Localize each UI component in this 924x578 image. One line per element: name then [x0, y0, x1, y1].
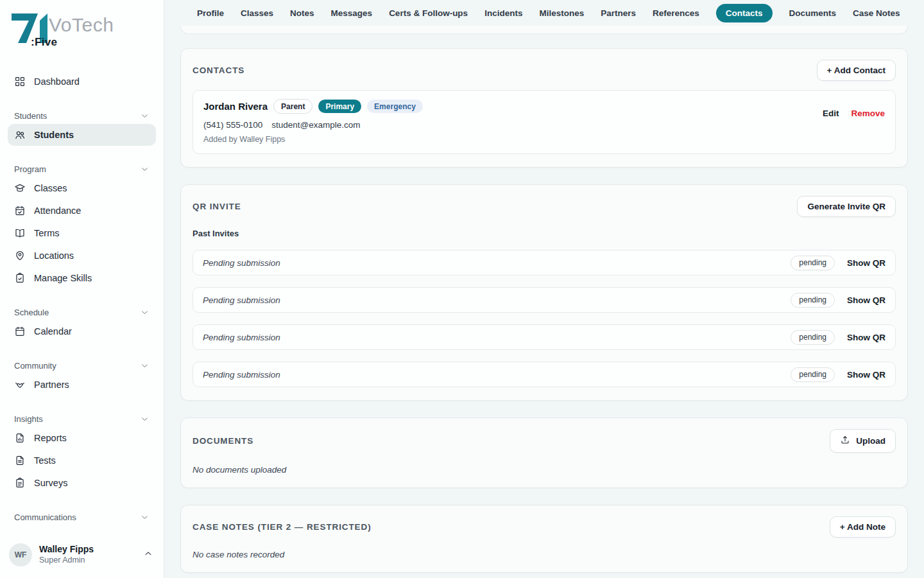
sidebar-item-classes[interactable]: Classes [8, 177, 156, 199]
sidebar-section-schedule[interactable]: Schedule [8, 305, 156, 320]
section-label: Students [14, 111, 47, 121]
handshake-icon [14, 379, 26, 390]
invite-status-text: Pending submission [203, 333, 280, 342]
clipboard-list-icon [14, 477, 26, 489]
remove-contact-button[interactable]: Remove [851, 109, 885, 118]
nav-label: Classes [34, 183, 67, 193]
votech-logo: VoTech :Five [0, 0, 164, 54]
tab-profile[interactable]: Profile [197, 8, 224, 18]
contact-phone: (541) 555-0100 [203, 120, 262, 130]
book-icon [14, 227, 26, 239]
user-footer[interactable]: WF Walley Fipps Super Admin [0, 535, 164, 578]
invite-row: Pending submissionpendingShow QR [193, 362, 896, 387]
sidebar-item-locations[interactable]: Locations [8, 245, 156, 267]
sidebar-nav: DashboardStudentsStudentsProgramClassesA… [0, 54, 164, 535]
nav-label: Locations [34, 250, 74, 261]
user-name: Walley Fipps [39, 544, 136, 556]
sidebar-section-insights[interactable]: Insights [8, 412, 156, 426]
section-label: Program [14, 164, 46, 174]
tab-incidents[interactable]: Incidents [484, 8, 522, 18]
sidebar-item-manage-skills[interactable]: Manage Skills [8, 267, 156, 289]
invite-row: Pending submissionpendingShow QR [193, 250, 896, 276]
contacts-card: CONTACTS + Add Contact Jordan Rivera Par… [180, 48, 908, 168]
show-qr-button[interactable]: Show QR [847, 333, 886, 342]
sidebar-item-reports[interactable]: Reports [8, 427, 156, 449]
tab-messages[interactable]: Messages [331, 8, 373, 18]
tab-classes[interactable]: Classes [241, 8, 273, 18]
emergency-badge: Emergency [367, 100, 423, 113]
contact-row: Jordan Rivera Parent Primary Emergency (… [193, 90, 896, 154]
qr-invite-title: QR INVITE [193, 202, 241, 211]
upload-button[interactable]: Upload [830, 429, 896, 453]
logo-name: VoTech [49, 14, 114, 36]
sidebar-item-partners[interactable]: Partners [8, 374, 156, 396]
pending-badge: pending [791, 367, 835, 382]
user-menu-chevron[interactable] [143, 548, 153, 561]
tab-contacts[interactable]: Contacts [716, 4, 773, 22]
section-label: Communications [14, 512, 76, 522]
calendar-icon [14, 326, 26, 337]
chevron-down-icon [140, 164, 150, 174]
sidebar-item-students[interactable]: Students [8, 124, 156, 146]
nav-label: Calendar [34, 326, 72, 337]
sidebar-item-calendar[interactable]: Calendar [8, 320, 156, 342]
tab-documents[interactable]: Documents [789, 8, 837, 18]
add-note-button[interactable]: + Add Note [830, 516, 896, 538]
invite-row: Pending submissionpendingShow QR [193, 324, 896, 350]
tab-references[interactable]: References [653, 8, 699, 18]
case-notes-title: CASE NOTES (TIER 2 — RESTRICTED) [193, 522, 372, 532]
nav-label: Attendance [34, 206, 81, 216]
main-content: ProfileClassesNotesMessagesCerts & Follo… [164, 0, 924, 578]
tab-partners[interactable]: Partners [601, 8, 636, 18]
sidebar-item-tests[interactable]: Tests [8, 450, 156, 471]
contact-added-by: Added by Walley Fipps [203, 135, 423, 144]
clipboard-check-icon [14, 272, 26, 284]
sidebar: VoTech :Five DashboardStudentsStudentsPr… [0, 0, 164, 578]
map-pin-icon [14, 250, 26, 261]
chevron-down-icon [140, 111, 150, 121]
sidebar-item-dashboard[interactable]: Dashboard [8, 71, 156, 92]
section-label: Community [14, 361, 56, 371]
edit-contact-button[interactable]: Edit [823, 109, 839, 118]
graduation-cap-icon [14, 182, 26, 194]
documents-card: DOCUMENTS Upload No documents uploaded [180, 417, 908, 488]
invite-status-text: Pending submission [203, 370, 280, 380]
pending-badge: pending [791, 293, 835, 308]
sidebar-item-attendance[interactable]: Attendance [8, 200, 156, 222]
contact-email: student@example.com [271, 120, 360, 130]
document-icon [14, 455, 26, 466]
sidebar-section-communications[interactable]: Communications [8, 510, 156, 525]
case-notes-card: CASE NOTES (TIER 2 — RESTRICTED) + Add N… [180, 505, 908, 573]
nav-label: Dashboard [34, 76, 80, 87]
show-qr-button[interactable]: Show QR [847, 258, 886, 268]
upload-icon [840, 435, 850, 445]
primary-badge: Primary [318, 100, 361, 113]
nav-label: Surveys [34, 478, 67, 488]
sidebar-section-program[interactable]: Program [8, 162, 156, 177]
nav-label: Manage Skills [34, 273, 92, 283]
invite-list: Pending submissionpendingShow QRPending … [193, 250, 896, 387]
tab-case-notes[interactable]: Case Notes [853, 8, 900, 18]
case-notes-empty-text: No case notes recorded [193, 550, 896, 559]
sidebar-section-community[interactable]: Community [8, 358, 156, 373]
nav-label: Reports [34, 433, 67, 443]
invite-status-text: Pending submission [203, 295, 280, 305]
nav-label: Tests [34, 455, 56, 466]
show-qr-button[interactable]: Show QR [847, 370, 886, 380]
tab-certs-follow-ups[interactable]: Certs & Follow-ups [389, 8, 468, 18]
generate-invite-qr-button[interactable]: Generate Invite QR [797, 196, 896, 217]
nav-label: Students [34, 130, 74, 140]
tab-notes[interactable]: Notes [290, 8, 314, 18]
add-contact-button[interactable]: + Add Contact [817, 60, 896, 81]
logo-subname: :Five [31, 36, 57, 49]
tab-milestones[interactable]: Milestones [539, 8, 584, 18]
sidebar-section-students[interactable]: Students [8, 109, 156, 123]
qr-invite-card: QR INVITE Generate Invite QR Past Invite… [180, 184, 908, 401]
sidebar-item-terms[interactable]: Terms [8, 222, 156, 244]
nav-label: Partners [34, 380, 69, 390]
sidebar-item-surveys[interactable]: Surveys [8, 472, 156, 494]
chevron-down-icon [140, 512, 150, 522]
show-qr-button[interactable]: Show QR [847, 295, 886, 305]
users-icon [14, 129, 26, 141]
invite-status-text: Pending submission [203, 258, 280, 268]
